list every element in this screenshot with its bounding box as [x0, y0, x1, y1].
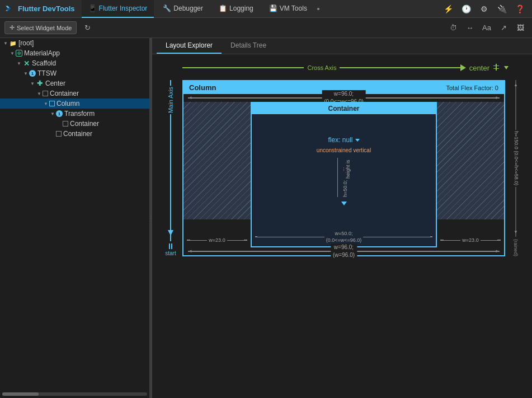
help-icon-btn[interactable]: ❓ — [512, 1, 528, 17]
tree-item-transform[interactable]: ▼ 1 Transform — [0, 109, 149, 119]
list-icon: 📋 — [219, 4, 227, 12]
tab-layout-explorer[interactable]: Layout Explorer — [157, 38, 222, 54]
right-hatch — [437, 102, 504, 219]
tree-item-container3[interactable]: ▼ Container — [0, 129, 149, 139]
toolbar-right: ⏱ ↔ Aa ↗ 🖼 — [446, 21, 528, 35]
tree-label-scaffold: Scaffold — [32, 59, 56, 67]
settings-icon-btn[interactable]: ⚙ — [476, 1, 492, 17]
main-axis-label: Main Axis — [167, 86, 174, 114]
svg-rect-1 — [493, 65, 499, 66]
main-axis-line-wrapper: Main Axis — [167, 80, 174, 241]
left-w-label: w=23.0 — [207, 237, 227, 243]
nav-tab-vmtools[interactable]: 💾 VM Tools — [262, 0, 314, 18]
nav-tab-inspector-label: Flutter Inspector — [99, 4, 148, 12]
tree-item-scaffold[interactable]: ▼ ✕ Scaffold — [0, 58, 149, 68]
flex-dropdown-arrow[interactable] — [355, 139, 360, 142]
tree-item-container2[interactable]: ▼ Container — [0, 119, 149, 129]
cross-axis-align-icon — [492, 63, 501, 73]
nav-tab-logging-label: Logging — [229, 4, 253, 12]
column-outer-box[interactable]: Column Total Flex Factor: 0 ◄ ► w=96.0; … — [182, 80, 505, 256]
cursor-icon: ✛ — [10, 24, 15, 31]
sidebar-scrollbar[interactable] — [2, 392, 147, 396]
tree-item-container1[interactable]: ▼ Container — [0, 88, 149, 99]
nav-tab-debugger-label: Debugger — [173, 4, 203, 12]
refresh-btn[interactable]: ↻ — [80, 21, 95, 35]
left-section: w=23.0 — [183, 102, 251, 247]
widget-icon-materialapp: ◎ — [16, 50, 22, 57]
cross-icon-scaffold: ✕ — [22, 59, 30, 67]
flutter-logo-icon — [4, 4, 13, 13]
image-icon-btn[interactable]: 🖼 — [513, 21, 528, 35]
container-dropdown-arrow[interactable] — [341, 202, 347, 205]
constrained-label: (rained) — [513, 239, 519, 256]
right-section: w=23.0 — [437, 102, 504, 247]
tree-item-ttsw[interactable]: ▼ 1 TTSW — [0, 68, 149, 78]
circle-icon-ttsw: 1 — [29, 70, 36, 77]
toolbar: ✛ Select Widget Mode ↻ ⏱ ↔ Aa ↗ 🖼 — [0, 18, 532, 38]
unconstrained-label: unconstrained vertical — [317, 147, 371, 153]
right-width-measure: w=23.0 — [437, 237, 504, 243]
topnav: Flutter DevTools 📱 Flutter Inspector 🔧 D… — [0, 0, 532, 18]
tree-label-container2: Container — [70, 120, 99, 128]
select-widget-label: Select Widget Mode — [17, 25, 72, 31]
extensions-icon-btn[interactable]: 🔌 — [494, 1, 510, 17]
share-icon-btn[interactable]: ↗ — [496, 21, 511, 35]
width-measure-top: ◄ ► w=96.0; (0.0<=w<=96.0) — [183, 94, 504, 102]
folder-icon: 📁 — [9, 39, 17, 47]
box-icon-container3 — [56, 131, 62, 137]
text-size-icon-btn[interactable]: Aa — [479, 21, 494, 35]
left-measure-line-mid — [190, 240, 207, 241]
cross-icon-center: ✚ — [36, 79, 44, 87]
tree-item-root[interactable]: ▼ 📁 [root] — [0, 38, 149, 48]
right-measure-inner: ▲ h=150.0 (0.0<=h<=58.0) ▼ — [512, 80, 519, 237]
right-measure-label: h=150.0 (0.0<=h<=58.0) — [512, 130, 519, 186]
tree-label-ttsw: TTSW — [37, 69, 57, 77]
nav-tab-logging[interactable]: 📋 Logging — [212, 0, 260, 18]
cross-axis-line-container: Cross Axis — [182, 61, 462, 74]
tree-item-column[interactable]: ▼ Column — [0, 99, 149, 109]
expand-icon-btn[interactable]: ↔ — [463, 21, 477, 35]
left-width-measure: w=23.0 — [183, 237, 251, 243]
svg-rect-0 — [496, 64, 497, 71]
main-axis-arrowhead-down — [168, 230, 173, 236]
pause-icon — [169, 244, 172, 249]
cross-axis-arrowhead — [460, 64, 466, 71]
nav-tab-inspector[interactable]: 📱 Flutter Inspector — [82, 0, 154, 18]
box-icon-column — [49, 101, 55, 106]
timer-icon-btn[interactable]: ⏱ — [446, 21, 460, 35]
inner-bottom-label: w=50.0; (0.0<=w<=96.0) — [324, 230, 364, 244]
tree-label-column: Column — [57, 100, 79, 107]
tab-details-tree[interactable]: Details Tree — [222, 38, 275, 54]
cross-axis-row: Cross Axis center — [159, 61, 525, 74]
container-mid-box[interactable]: Container flex: null unconstrained verti… — [251, 102, 437, 247]
left-measure-line-r — [244, 240, 247, 241]
right-measure-bottom-tick: ▼ — [514, 230, 518, 235]
select-widget-btn[interactable]: ✛ Select Widget Mode — [4, 21, 77, 34]
flex-null-row: flex: null — [328, 136, 359, 144]
circle-icon-transform: 1 — [56, 110, 63, 117]
column-header-label: Column — [189, 83, 216, 92]
main-axis-container: Main Axis start — [159, 80, 182, 256]
tree-item-center[interactable]: ▼ ✚ Center — [0, 78, 149, 88]
cross-axis-label: Cross Axis — [304, 64, 340, 71]
sidebar: ▼ 📁 [root] ▼ ◎ MaterialApp ▼ ✕ Scaffold … — [0, 38, 150, 398]
column-total-flex: Total Flex Factor: 0 — [446, 85, 498, 91]
container-mid-body: flex: null unconstrained vertical h=50.0… — [252, 114, 436, 228]
right-w-label: w=23.0 — [460, 237, 480, 243]
nav-tab-debugger[interactable]: 🔧 Debugger — [156, 0, 210, 18]
lightning-icon-btn[interactable]: ⚡ — [440, 1, 456, 17]
layout-explorer: Cross Axis center Main Axis — [152, 54, 532, 398]
history-icon-btn[interactable]: 🕐 — [458, 1, 474, 17]
width-bottom-label: w=96.0; (w=96.0) — [331, 244, 357, 259]
tree-label-container1: Container — [50, 90, 79, 97]
start-label: start — [165, 250, 176, 256]
cross-axis-dropdown-arrow[interactable] — [504, 66, 509, 69]
h-measure-vertical: h=50.0; height is ... — [337, 158, 351, 197]
tree-label-materialapp: MaterialApp — [24, 49, 60, 57]
tree-label-container3: Container — [63, 130, 92, 138]
tree-item-materialapp[interactable]: ▼ ◎ MaterialApp — [0, 48, 149, 58]
tree-label-root: [root] — [18, 39, 34, 47]
phone-icon: 📱 — [88, 4, 97, 12]
left-measure-line-mid2 — [227, 240, 244, 241]
h-measure-container: h=50.0; height is ... — [337, 158, 351, 197]
